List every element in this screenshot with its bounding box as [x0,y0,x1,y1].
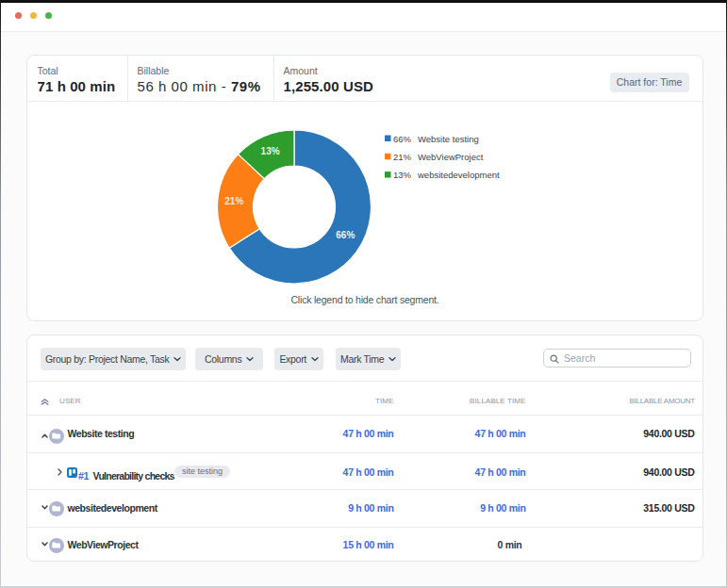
svg-text:66%: 66% [336,230,355,240]
svg-text:21%: 21% [224,196,243,206]
svg-text:WebViewProject: WebViewProject [418,152,484,162]
svg-text:13%: 13% [261,146,280,156]
svg-text:Website testing: Website testing [418,134,479,144]
svg-text:66%: 66% [393,134,412,144]
svg-text:21%: 21% [393,152,412,162]
svg-text:13%: 13% [393,170,412,180]
svg-text:websitedevelopment: websitedevelopment [417,170,500,180]
